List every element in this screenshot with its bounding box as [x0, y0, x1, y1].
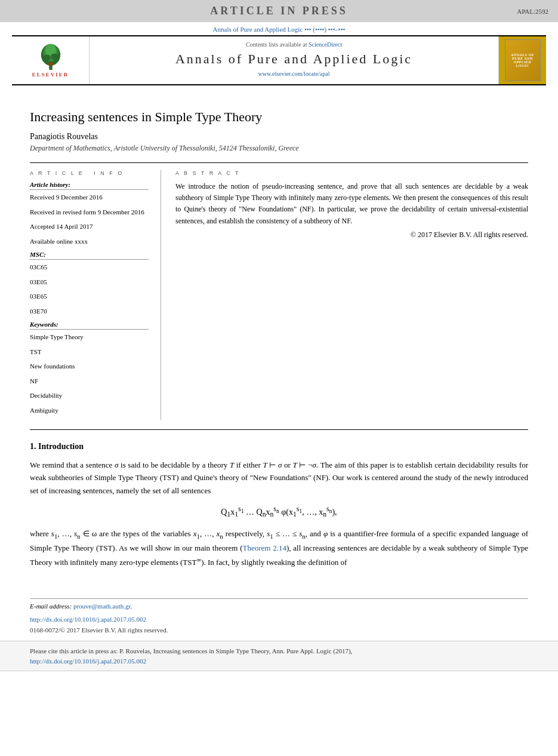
- cover-text: ANNALS OF PURE AND APPLIED LOGIC: [508, 53, 538, 67]
- elsevier-tree-icon: [33, 43, 69, 70]
- abstract-text: We introduce the notion of pseudo-increa…: [175, 181, 528, 241]
- history-subtitle: Article history:: [30, 181, 149, 190]
- abstract-label: A B S T R A C T: [175, 170, 528, 176]
- keyword-6: Ambiguity: [30, 405, 149, 416]
- msc-03c65: 03C65: [30, 262, 149, 272]
- keywords-subtitle: Keywords:: [30, 321, 149, 330]
- theorem-link[interactable]: Theorem 2.14: [243, 543, 286, 552]
- footer-copyright: 0168-0072/© 2017 Elsevier B.V. All right…: [0, 625, 558, 635]
- two-column-section: A R T I C L E I N F O Article history: R…: [30, 162, 528, 420]
- section-divider: [30, 429, 528, 430]
- cite-bar: Please cite this article in press as: P.…: [0, 641, 558, 671]
- email-period: .: [131, 603, 132, 610]
- msc-03e05: 03E05: [30, 277, 149, 287]
- journal-name-header: Annals of Pure and Applied Logic: [99, 51, 489, 67]
- email-link[interactable]: prouve@math.auth.gr: [73, 603, 131, 610]
- aip-banner-text: ARTICLE IN PRESS: [210, 5, 347, 17]
- elsevier-label: ELSEVIER: [32, 72, 69, 78]
- page: ARTICLE IN PRESS APAL:2592 Annals of Pur…: [0, 0, 558, 756]
- journal-url: www.elsevier.com/locate/apal: [99, 70, 489, 77]
- journal-title-text: Annals of Pure and Applied Logic ••• (••…: [213, 26, 346, 33]
- elsevier-logo: ELSEVIER: [12, 36, 90, 84]
- doi-section: http://dx.doi.org/10.1016/j.apal.2017.05…: [0, 613, 558, 625]
- keyword-5: Decidability: [30, 391, 149, 401]
- intro-heading: 1. Introduction: [30, 442, 528, 451]
- msc-03e65: 03E65: [30, 291, 149, 302]
- affiliation: Department of Mathematics, Aristotle Uni…: [30, 144, 528, 153]
- article-title: Increasing sentences in Simple Type Theo…: [30, 109, 528, 125]
- aip-banner: ARTICLE IN PRESS APAL:2592: [0, 0, 558, 22]
- sciencedirect-link[interactable]: ScienceDirect: [309, 41, 342, 48]
- main-content: Increasing sentences in Simple Type Theo…: [0, 85, 558, 586]
- keyword-3: New foundations: [30, 361, 149, 371]
- journal-title-row: Annals of Pure and Applied Logic ••• (••…: [0, 22, 558, 35]
- article-info-col: A R T I C L E I N F O Article history: R…: [30, 170, 161, 420]
- msc-subtitle: MSC:: [30, 251, 149, 260]
- cite-bar-text: Please cite this article in press as: P.…: [30, 647, 352, 654]
- received2: Received in revised form 9 December 2016: [30, 207, 149, 217]
- author-name: Panagiotis Rouvelas: [30, 132, 528, 142]
- received1: Received 9 December 2016: [30, 192, 149, 202]
- contents-text: Contents lists available at: [246, 41, 307, 48]
- keyword-4: NF: [30, 376, 149, 386]
- svg-rect-6: [48, 62, 53, 65]
- article-info-label: A R T I C L E I N F O: [30, 170, 149, 176]
- footnote-section: E-mail address: prouve@math.auth.gr.: [30, 598, 528, 613]
- email-label: E-mail address:: [30, 603, 73, 610]
- journal-url-link[interactable]: www.elsevier.com/locate/apal: [258, 70, 330, 77]
- abstract-body: We introduce the notion of pseudo-increa…: [175, 182, 528, 225]
- intro-paragraph-1: We remind that a sentence σ is said to b…: [30, 459, 528, 497]
- journal-center: Contents lists available at ScienceDirec…: [90, 36, 498, 84]
- keyword-2: TST: [30, 347, 149, 357]
- cover-inner: ANNALS OF PURE AND APPLIED LOGIC: [505, 39, 541, 81]
- contents-line: Contents lists available at ScienceDirec…: [99, 41, 489, 48]
- apal-ref: APAL:2592: [517, 8, 548, 15]
- available: Available online xxxx: [30, 236, 149, 247]
- intro-paragraph-2: where s1, …, sn ∈ ω are the types of the…: [30, 527, 528, 569]
- doi-link[interactable]: http://dx.doi.org/10.1016/j.apal.2017.05…: [30, 616, 146, 623]
- msc-03e70: 03E70: [30, 306, 149, 316]
- abstract-col: A B S T R A C T We introduce the notion …: [161, 170, 528, 420]
- keyword-1: Simple Type Theory: [30, 332, 149, 342]
- accepted: Accepted 14 April 2017: [30, 222, 149, 232]
- abstract-copyright: © 2017 Elsevier B.V. All rights reserved…: [175, 229, 528, 241]
- math-display: Q1x1s1 … Qnxnsn φ(x1s1, …, xnsn),: [30, 505, 528, 518]
- cite-bar-link[interactable]: http://dx.doi.org/10.1016/j.apal.2017.05…: [30, 657, 146, 665]
- header-section: ELSEVIER Contents lists available at Sci…: [12, 35, 546, 85]
- journal-cover: ANNALS OF PURE AND APPLIED LOGIC: [498, 36, 546, 84]
